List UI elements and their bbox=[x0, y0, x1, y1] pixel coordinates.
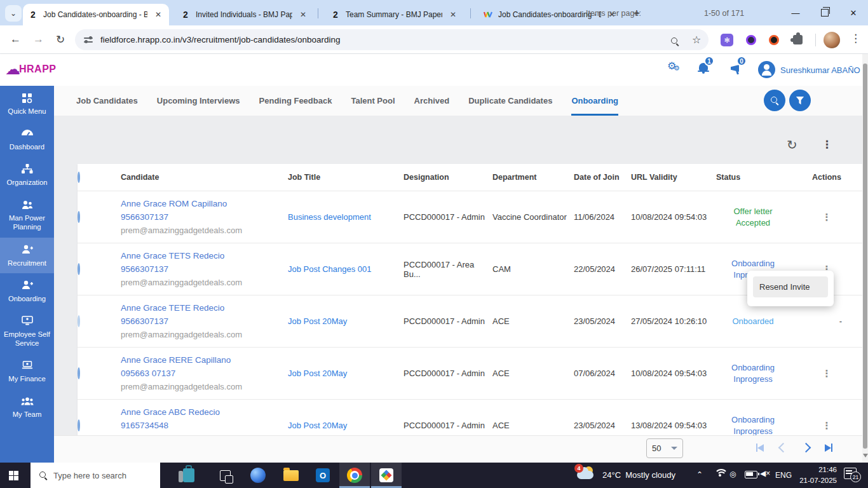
row-checkbox[interactable] bbox=[78, 367, 80, 379]
row-checkbox[interactable] bbox=[78, 315, 80, 327]
site-settings-icon[interactable] bbox=[84, 36, 93, 44]
notification-center-icon[interactable]: 21 bbox=[844, 468, 857, 479]
window-close-button[interactable]: ✕ bbox=[839, 0, 868, 25]
row-actions-menu-icon[interactable]: ⋮ bbox=[791, 212, 862, 223]
tab-search-button[interactable]: ⌄ bbox=[5, 5, 22, 22]
tab-close-icon[interactable]: ✕ bbox=[153, 9, 164, 20]
candidate-name[interactable]: Anne Grace ABC Redecio bbox=[121, 407, 288, 417]
tray-expand-chevron-icon[interactable]: ⌃ bbox=[696, 470, 703, 479]
row-checkbox[interactable] bbox=[78, 419, 80, 431]
tab-upcoming-interviews[interactable]: Upcoming Interviews bbox=[157, 86, 240, 116]
extension-icon-2[interactable] bbox=[745, 34, 757, 46]
taskbar-clock[interactable]: 21:46 21-07-2025 bbox=[791, 464, 837, 485]
select-all-checkbox[interactable] bbox=[78, 172, 80, 183]
extension-icon-3[interactable] bbox=[768, 34, 780, 46]
zoom-icon[interactable] bbox=[671, 36, 679, 48]
candidate-email: prem@amazinggadgetdeals.com bbox=[121, 278, 288, 287]
job-title-link[interactable]: Job Post Changes 001 bbox=[288, 264, 403, 274]
job-title-link[interactable]: Job Post 20May bbox=[288, 316, 403, 326]
tab-duplicate-candidates[interactable]: Duplicate Candidates bbox=[468, 86, 552, 116]
taskbar-search[interactable]: Type here to search bbox=[31, 463, 160, 488]
first-page-button[interactable] bbox=[749, 444, 771, 452]
volume-muted-icon[interactable]: ◀× bbox=[760, 469, 770, 478]
scrollbar-thumb[interactable] bbox=[863, 64, 867, 449]
back-icon[interactable]: ← bbox=[10, 33, 21, 46]
sidebar-item-quick-menu[interactable]: Quick Menu bbox=[0, 86, 54, 121]
taskbar-app-chrome[interactable] bbox=[339, 463, 370, 488]
user-avatar[interactable] bbox=[758, 61, 775, 78]
row-actions-menu-icon[interactable]: ⋮ bbox=[791, 368, 862, 379]
row-checkbox[interactable] bbox=[78, 263, 80, 275]
job-title-link[interactable]: Job Post 20May bbox=[288, 421, 403, 430]
user-name[interactable]: Sureshkumar ABAÑO bbox=[780, 65, 860, 75]
sidebar-item-dashboard[interactable]: Dashboard bbox=[0, 121, 54, 157]
browser-tab-1[interactable]: 2 Job Candidates-onboarding - B ✕ bbox=[23, 4, 169, 25]
settings-gears-icon[interactable]: ⚙⚙ bbox=[667, 61, 682, 74]
tab-close-icon[interactable]: ✕ bbox=[297, 9, 309, 20]
window-minimize-button[interactable]: — bbox=[781, 0, 810, 25]
previous-page-button[interactable] bbox=[771, 444, 794, 451]
address-bar[interactable]: fieldforce.hrapp.co.in/v3/recruitment/jo… bbox=[75, 29, 709, 50]
candidate-name[interactable]: Anne Grace TETS Redecio bbox=[121, 251, 288, 261]
sidebar-item-man-power-planning[interactable]: Man Power Planning bbox=[0, 193, 54, 237]
onboarding-table: Candidate Job Title Designation Departme… bbox=[78, 164, 862, 435]
weather-text[interactable]: 24°C Mostly cloudy bbox=[602, 470, 675, 480]
weather-icon[interactable]: 4 bbox=[577, 466, 597, 485]
job-title-link[interactable]: Business development bbox=[288, 212, 403, 222]
filter-button[interactable] bbox=[789, 90, 811, 111]
sidebar-item-my-finance[interactable]: My Finance bbox=[0, 353, 54, 389]
sidebar-item-organization[interactable]: Organization bbox=[0, 157, 54, 193]
tab-talent-pool[interactable]: Talent Pool bbox=[351, 86, 395, 116]
start-button[interactable] bbox=[9, 471, 18, 480]
tab-pending-feedback[interactable]: Pending Feedback bbox=[259, 86, 332, 116]
tab-archived[interactable]: Archived bbox=[414, 86, 450, 116]
taskbar-app-browser[interactable] bbox=[243, 463, 273, 488]
taskbar-app-colored[interactable] bbox=[371, 463, 402, 488]
job-title-link[interactable]: Job Post 20May bbox=[288, 369, 403, 378]
browser-menu-icon[interactable]: ⋮ bbox=[850, 32, 861, 45]
bookmark-star-icon[interactable]: ☆ bbox=[692, 34, 701, 46]
candidate-name[interactable]: Anne Grace RERE Capillano bbox=[121, 355, 288, 365]
row-actions-menu-icon[interactable]: ⋮ bbox=[791, 420, 862, 431]
taskbar-app-travel[interactable] bbox=[170, 463, 207, 488]
tab-favicon: 2 bbox=[180, 10, 191, 20]
row-checkbox[interactable] bbox=[78, 211, 80, 223]
last-page-button[interactable] bbox=[817, 444, 840, 452]
window-restore-button[interactable] bbox=[810, 0, 839, 25]
scrollbar-down-arrow[interactable] bbox=[863, 454, 868, 458]
search-button[interactable] bbox=[764, 90, 785, 111]
task-view-button[interactable] bbox=[210, 463, 240, 488]
browser-tab-2[interactable]: 2 Invited Individuals - BMJ Paperpa ✕ bbox=[175, 4, 314, 25]
candidate-name[interactable]: Anne Grace TETE Redecio bbox=[121, 303, 288, 313]
hrapp-logo[interactable]: ☁ HRAPP bbox=[5, 62, 57, 77]
col-designation: Designation bbox=[403, 173, 492, 182]
col-url-validity: URL Validity bbox=[631, 173, 715, 182]
forward-icon[interactable]: → bbox=[33, 33, 44, 46]
tray-device-icon[interactable]: ◎ bbox=[729, 470, 736, 478]
sidebar-item-my-team[interactable]: My Team bbox=[0, 389, 54, 424]
browser-tab-3[interactable]: 2 Team Summary - BMJ Paperpa ✕ bbox=[325, 4, 464, 25]
tab-job-candidates[interactable]: Job Candidates bbox=[76, 86, 138, 116]
wifi-icon[interactable] bbox=[714, 468, 726, 478]
browser-profile-avatar[interactable] bbox=[824, 32, 840, 48]
refresh-icon[interactable]: ↻ bbox=[787, 137, 797, 152]
resend-invite-menu-item[interactable]: Resend Invite bbox=[753, 276, 828, 297]
sidebar-item-employee-self-service[interactable]: Employee Self Service bbox=[0, 309, 54, 353]
candidate-name[interactable]: Anne Grace ROM Capillano bbox=[121, 199, 288, 208]
battery-icon[interactable] bbox=[745, 471, 757, 478]
sidebar-item-onboarding[interactable]: Onboarding bbox=[0, 273, 54, 309]
table-menu-icon[interactable]: ⋮ bbox=[822, 138, 832, 151]
file-explorer-button[interactable] bbox=[276, 463, 306, 488]
tab-close-icon[interactable]: ✕ bbox=[447, 9, 459, 20]
my-finance-icon bbox=[1, 360, 53, 371]
taskbar-app-outlook[interactable]: O bbox=[308, 463, 338, 488]
sidebar-item-recruitment[interactable]: Recruitment bbox=[0, 238, 54, 273]
reload-icon[interactable]: ↻ bbox=[56, 33, 65, 46]
extension-icon-1[interactable]: ✻ bbox=[721, 34, 733, 46]
next-page-button[interactable] bbox=[794, 444, 817, 451]
items-per-page-value: 50 bbox=[652, 444, 661, 453]
items-per-page-select[interactable]: 50 bbox=[646, 438, 683, 458]
tab-onboarding[interactable]: Onboarding bbox=[571, 86, 618, 116]
extensions-puzzle-icon[interactable] bbox=[793, 35, 803, 44]
language-indicator[interactable]: ENG bbox=[775, 471, 792, 480]
